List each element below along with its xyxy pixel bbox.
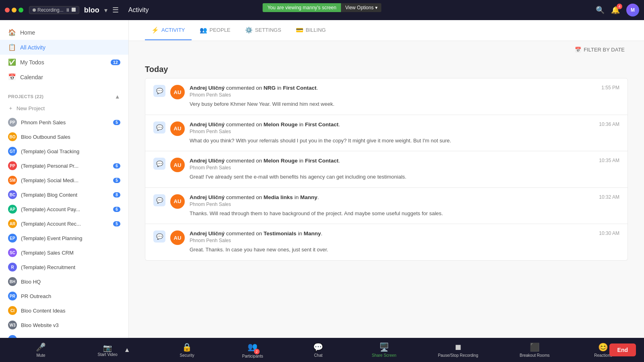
- activity-time: 10:36 AM: [599, 121, 619, 127]
- minimize-button[interactable]: [12, 8, 17, 12]
- activity-header: Andrej Uličný commented on Melon Rouge i…: [190, 158, 619, 164]
- project-name: (Template) Goal Tracking: [21, 148, 120, 154]
- activity-preposition: in: [294, 194, 300, 200]
- activity-location: First Contact: [283, 85, 316, 91]
- user-avatar[interactable]: M: [626, 4, 639, 16]
- start-video-button[interactable]: 📷 Start Video: [95, 342, 121, 358]
- search-icon[interactable]: 🔍: [596, 6, 605, 14]
- sidebar-project-item[interactable]: AP (Template) Account Pay... 6: [0, 202, 128, 216]
- notification-count: 4: [617, 4, 622, 9]
- tab-billing[interactable]: 💳 BILLING: [289, 21, 332, 40]
- activity-preposition: in: [298, 230, 303, 237]
- project-name: Bloo HQ: [21, 279, 120, 285]
- activity-header: Andrej Uličný commented on NRG in First …: [190, 85, 619, 91]
- calendar-icon: 📅: [8, 73, 16, 81]
- project-badge: 8: [113, 192, 120, 197]
- activity-title: Andrej Uličný commented on Melon Rouge i…: [190, 158, 340, 164]
- activity-header: Andrej Uličný commented on Testimonials …: [190, 230, 619, 237]
- breakout-rooms-button[interactable]: ⬛ Breakout Rooms: [520, 342, 549, 358]
- participants-label: Participants: [242, 354, 263, 358]
- filter-bar: 📅 FILTER BY DATE: [129, 41, 644, 58]
- project-avatar: PP: [8, 161, 17, 170]
- sidebar-project-item[interactable]: SM (Template) Social Medi... 5: [0, 173, 128, 187]
- participants-button[interactable]: 👥 2 Participants: [241, 342, 265, 358]
- video-chevron-button[interactable]: ▲: [121, 345, 134, 355]
- activity-tab-icon: ⚡: [151, 27, 159, 34]
- activity-preposition: in: [299, 158, 305, 164]
- mute-button[interactable]: 🎤 Mute: [29, 342, 53, 358]
- main-container: 🏠 Home 📋 All Activity ✅ My Todos 12 📅 Ca…: [0, 20, 644, 338]
- sidebar-project-item[interactable]: EP (Template) Event Planning: [0, 231, 128, 245]
- filter-by-date-button[interactable]: 📅 FILTER BY DATE: [572, 45, 628, 54]
- activity-location: Manny: [303, 230, 321, 237]
- fullscreen-button[interactable]: [19, 8, 23, 12]
- view-options-button[interactable]: View Options ▾: [341, 3, 382, 12]
- activity-user: Andrej Uličný: [190, 121, 225, 128]
- activity-location: First Contact: [305, 121, 339, 128]
- stop-icon-wrap[interactable]: [72, 7, 76, 13]
- project-avatar: W3: [8, 321, 17, 329]
- project-avatar: BC: [8, 190, 17, 199]
- project-avatar: GT: [8, 147, 17, 156]
- sidebar-item-home[interactable]: 🏠 Home: [0, 25, 128, 40]
- project-name: PR Outreach: [21, 293, 120, 299]
- projects-section-header[interactable]: PROJECTS (22) ▲: [8, 93, 120, 100]
- tab-people[interactable]: 👥 PEOPLE: [193, 21, 237, 40]
- share-screen-button[interactable]: 🖥️ Share Screen: [372, 342, 396, 358]
- project-name: Bloo Website v3: [21, 322, 120, 328]
- sidebar-item-calendar[interactable]: 📅 Calendar: [0, 70, 128, 84]
- activity-item: 💬 AU Andrej Uličný commented on Testimon…: [145, 224, 628, 261]
- sub-nav: ⚡ ACTIVITY 👥 PEOPLE ⚙️ SETTINGS 💳 BILLIN…: [129, 20, 644, 41]
- activity-text: Very busy before Khmer New Year. Will re…: [190, 100, 619, 108]
- project-badge: 5: [113, 178, 120, 183]
- notifications-button[interactable]: 🔔 4: [611, 6, 620, 14]
- project-avatar: EP: [8, 234, 17, 243]
- new-project-button[interactable]: ＋ New Project: [0, 101, 128, 115]
- activity-time: 10:32 AM: [599, 194, 619, 200]
- sidebar-project-item[interactable]: CI Bloo Content Ideas: [0, 303, 128, 318]
- tab-people-label: PEOPLE: [210, 27, 231, 33]
- sidebar-project-item[interactable]: PP Phnom Penh Sales 5: [0, 115, 128, 130]
- activity-target: Testimonials: [264, 230, 297, 237]
- sidebar-project-item[interactable]: PR PR Outreach: [0, 289, 128, 303]
- activity-body: Andrej Uličný commented on Testimonials …: [190, 230, 619, 254]
- end-button[interactable]: End: [609, 343, 636, 356]
- activity-text: What do you think? With your referrals s…: [190, 137, 619, 145]
- sidebar-project-item[interactable]: BC (Template) Blog Content 8: [0, 187, 128, 202]
- sidebar-project-item[interactable]: AR (Template) Account Rec... 5: [0, 216, 128, 231]
- sidebar-item-all-activity[interactable]: 📋 All Activity: [0, 40, 128, 55]
- activity-feed: Today 💬 AU Andrej Uličný commented on NR…: [129, 58, 644, 338]
- activity-item: 💬 AU Andrej Uličný commented on Melon Ro…: [145, 151, 628, 188]
- project-avatar: SM: [8, 176, 17, 185]
- tab-activity[interactable]: ⚡ ACTIVITY: [145, 21, 192, 40]
- sidebar-project-item[interactable]: PP (Template) Personal Pr... 6: [0, 158, 128, 173]
- pause-icon[interactable]: ⏸: [65, 7, 70, 13]
- todos-icon: ✅: [8, 58, 16, 66]
- sidebar-item-my-todos[interactable]: ✅ My Todos 12: [0, 55, 128, 70]
- activity-text: Great. Thanks. In case you have new ones…: [190, 246, 619, 254]
- project-avatar: AR: [8, 219, 17, 228]
- sidebar-project-item[interactable]: W3 Bloo Website v3: [0, 318, 128, 332]
- tab-settings-label: SETTINGS: [255, 27, 281, 33]
- breakout-icon: ⬛: [530, 342, 540, 352]
- hamburger-menu[interactable]: ☰: [112, 6, 119, 14]
- sidebar-project-item[interactable]: BH Bloo HQ: [0, 274, 128, 289]
- screen-share-text: You are viewing manny's screen: [262, 3, 341, 12]
- pause-stop-recording-button[interactable]: ⏹ Pause/Stop Recording: [438, 343, 478, 358]
- sidebar-project-item[interactable]: GT (Template) Goal Tracking: [0, 144, 128, 158]
- close-button[interactable]: [5, 8, 10, 12]
- activity-action: commented on: [226, 194, 264, 200]
- project-avatar: PP: [8, 118, 17, 127]
- tab-settings[interactable]: ⚙️ SETTINGS: [239, 21, 288, 40]
- sidebar-project-item[interactable]: BO Bloo Outbound Sales: [0, 130, 128, 144]
- activity-time: 1:55 PM: [601, 85, 619, 90]
- video-icon: 📷: [103, 343, 112, 352]
- top-bar-right: 🔍 🔔 4 M: [596, 4, 639, 16]
- chat-label: Chat: [314, 353, 322, 358]
- security-button[interactable]: 🔒 Security: [175, 342, 199, 358]
- projects-chevron-icon: ▲: [115, 93, 120, 100]
- sidebar-project-item[interactable]: VC Venture Capital Funding: [0, 332, 128, 338]
- chat-button[interactable]: 💬 Chat: [306, 342, 330, 358]
- sidebar-project-item[interactable]: SC (Template) Sales CRM: [0, 245, 128, 260]
- sidebar-project-item[interactable]: R (Template) Recruitment: [0, 260, 128, 274]
